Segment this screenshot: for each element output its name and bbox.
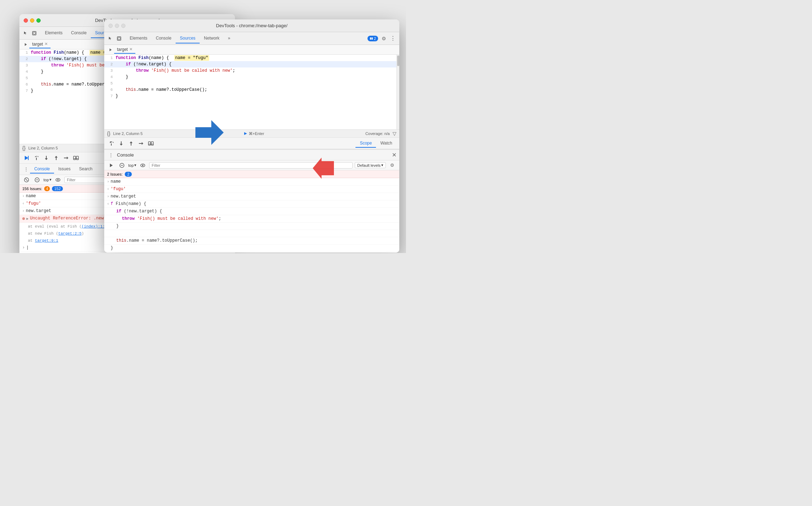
console-row-2-fugu: ‹ 'fugu' [104,186,399,193]
console-tab-console-1[interactable]: Console [30,165,54,173]
step-over-icon[interactable] [32,154,41,162]
issues-bar-2: 2 Issues: 2 [104,170,399,178]
top-selector-1[interactable]: top ▾ [43,177,52,182]
svg-rect-36 [148,142,151,145]
filter-input-2[interactable] [149,162,353,169]
gear-icon-console[interactable]: ⚙ [388,161,396,170]
coverage-filter-icon[interactable]: ▽ [393,131,396,136]
console-row-2-fn-body-3: › } [104,223,399,230]
console-row-2-fn-body-2: › throw 'Fish() must be called with new'… [104,215,399,223]
svg-marker-35 [142,142,143,145]
gear-icon-2[interactable]: ⚙ [379,34,388,43]
code-editor-2[interactable]: 1 function Fish(name) { name = "fugu" 2 … [104,55,396,99]
step-resume-icon-2[interactable] [137,139,145,148]
devtools-window-2: DevTools - chrome://new-tab-page/ Elemen… [104,19,399,253]
eye-icon-2[interactable] [139,161,147,170]
step-resume-icon[interactable] [62,154,70,162]
file-tab-target-2[interactable]: target ✕ [114,46,135,54]
code-scrollbar-2[interactable] [396,55,399,129]
expand-panel-icon-2[interactable] [107,46,114,53]
play-icon-2[interactable] [107,161,116,170]
file-tab-close-1[interactable]: ✕ [45,42,48,46]
more-icon-2[interactable]: ⋮ [107,152,115,158]
more-icon-1[interactable]: ⋮ [22,166,30,172]
console-filter-bar-2: top ▾ Default levels ▾ ⚙ [104,160,399,170]
console-content-2[interactable]: › name ‹ 'fugu' › new.target ‹ f Fish(na… [104,178,399,253]
minimize-button-1[interactable] [30,18,34,23]
debug-toolbar-2: Scope Watch [104,138,399,149]
tab-elements-2[interactable]: Elements [125,34,152,43]
cursor-icon-2[interactable] [107,35,114,42]
svg-rect-5 [28,156,29,160]
svg-marker-12 [67,157,68,159]
top-selector-2[interactable]: top ▾ [128,163,136,167]
step-into-icon[interactable] [42,154,51,162]
tab-network-2[interactable]: Network [200,34,224,43]
file-toolbar-2: target ✕ [104,45,399,55]
stop-icon-1[interactable] [33,176,41,184]
svg-rect-25 [370,37,371,40]
step-out-icon-2[interactable] [127,139,135,148]
close-console-btn[interactable]: ✕ [392,152,396,158]
clear-console-icon-1[interactable] [22,176,31,184]
step-into-icon-2[interactable] [117,139,125,148]
console-row-2-fn-body-5: › this.name = name?.toUpperCase(); [104,237,399,245]
svg-marker-33 [130,141,133,143]
console-tab-search-1[interactable]: Search [75,165,97,173]
expand-panel-icon-1[interactable] [22,41,29,48]
scope-tab-2[interactable]: Scope [355,139,376,148]
svg-point-43 [142,165,143,166]
toolbar-right-2: 2 ⚙ ⋮ [367,34,396,43]
svg-rect-37 [151,142,153,145]
code-line-2-4: 4 } [104,74,396,80]
resume-icon[interactable] [22,154,31,162]
tab-console-1[interactable]: Console [67,28,91,38]
devtools-body-2: Elements Console Sources Network » 2 ⚙ ⋮ [104,32,399,253]
default-levels-btn[interactable]: Default levels ▾ [355,162,386,168]
watch-tab-2[interactable]: Watch [376,139,396,148]
deactivate-icon-2[interactable] [147,139,155,148]
eye-icon-1[interactable] [54,176,62,184]
step-out-icon[interactable] [52,154,60,162]
blue-badge-2: 2 [367,36,378,41]
layers-icon[interactable] [31,30,38,37]
issues-count-2: 2 Issues: [107,172,123,176]
tab-more-2[interactable]: » [224,34,235,43]
console-tab-issues-1[interactable]: Issues [54,165,75,173]
svg-marker-8 [45,158,48,160]
svg-marker-10 [55,156,58,158]
clear-icon-2[interactable] [118,161,126,170]
tab-sources-2[interactable]: Sources [176,34,200,43]
cursor-icon[interactable] [22,30,29,37]
svg-marker-2 [25,43,27,46]
svg-rect-14 [76,156,78,160]
tab-console-2[interactable]: Console [152,34,176,43]
console-row-2-fn-body-4: › [104,230,399,237]
blue-arrow [192,118,225,148]
console-row-2-fn: ‹ f Fish(name) { [104,200,399,208]
minimize-button-2[interactable] [115,24,119,28]
svg-rect-1 [33,32,35,34]
close-button-1[interactable] [24,18,28,23]
close-button-2[interactable] [108,24,113,28]
maximize-button-1[interactable] [36,18,41,23]
svg-marker-39 [110,164,113,167]
layers-icon-2[interactable] [116,35,123,42]
blue-badge-issues-1: 152 [52,186,63,191]
scroll-thumb-2[interactable] [397,55,399,66]
svg-line-17 [25,179,28,181]
tab-elements-1[interactable]: Elements [41,28,67,38]
more-options-icon-2[interactable]: ⋮ [389,35,396,42]
toolbar-tabs-2: Elements Console Sources Network » [125,34,235,43]
svg-marker-27 [110,48,112,51]
svg-marker-31 [120,144,123,146]
maximize-button-2[interactable] [121,24,125,28]
title-bar-2: DevTools - chrome://new-tab-page/ [104,19,399,32]
deactivate-icon[interactable] [72,154,80,162]
resume-icon-2[interactable] [107,139,116,148]
file-tab-target-1[interactable]: target ✕ [29,41,51,48]
code-line-2-6: 6 this.name = name?.toUpperCase(); [104,87,396,93]
svg-marker-4 [25,156,28,160]
file-tab-close-2[interactable]: ✕ [129,47,133,52]
code-panel-2: 1 function Fish(name) { name = "fugu" 2 … [104,55,399,129]
